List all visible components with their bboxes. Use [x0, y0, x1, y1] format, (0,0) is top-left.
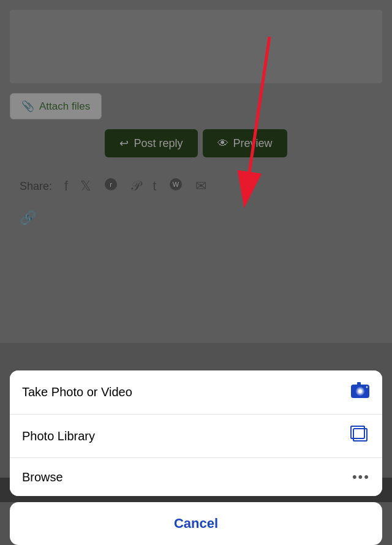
svg-point-9	[358, 389, 362, 393]
photo-library-item[interactable]: Photo Library	[10, 415, 382, 458]
action-sheet: Take Photo or Video Photo Library	[10, 370, 382, 496]
ellipsis-icon: •••	[352, 469, 370, 485]
browse-item[interactable]: Browse •••	[10, 458, 382, 496]
svg-point-11	[366, 386, 368, 388]
photo-library-label: Photo Library	[22, 429, 95, 443]
browse-label: Browse	[22, 470, 63, 484]
take-photo-video-item[interactable]: Take Photo or Video	[10, 370, 382, 415]
camera-icon	[350, 382, 370, 403]
svg-rect-10	[357, 382, 361, 385]
photos-icon	[350, 426, 370, 446]
take-photo-video-label: Take Photo or Video	[22, 385, 132, 399]
cancel-label: Cancel	[174, 516, 218, 532]
cancel-sheet[interactable]: Cancel	[10, 502, 382, 545]
